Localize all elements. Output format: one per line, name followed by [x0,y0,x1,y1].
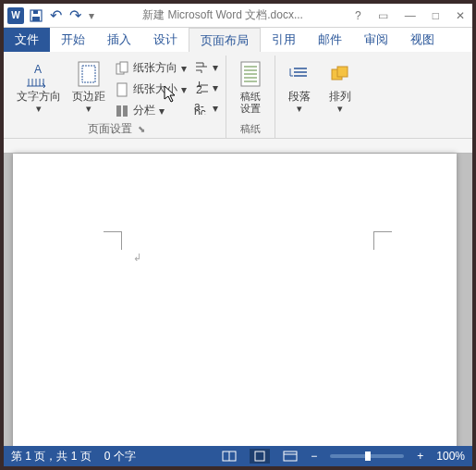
paragraph-icon [285,59,314,89]
size-icon [115,82,129,97]
window-title: 新建 Microsoft Word 文档.docx... [94,7,351,23]
paragraph-label: 段落 [288,90,311,103]
line-numbers-icon: 12 [194,80,209,95]
group-paper: 稿纸 设置 稿纸 [226,56,275,138]
tab-view[interactable]: 视图 [399,28,445,52]
columns-label: 分栏 [133,103,155,118]
print-layout-icon[interactable] [250,449,270,464]
paragraph-button[interactable]: 段落▾ [281,57,318,117]
read-mode-icon[interactable] [222,451,237,462]
horizontal-ruler[interactable] [4,139,472,154]
tab-design[interactable]: 设计 [142,28,189,52]
zoom-level[interactable]: 100% [436,450,465,463]
tab-home[interactable]: 开始 [50,28,96,52]
svg-rect-10 [123,105,128,117]
zoom-slider[interactable] [330,454,404,458]
svg-rect-2 [33,10,38,14]
arrange-label: 排列 [329,90,351,103]
margin-corner-top-left [104,231,122,250]
line-numbers-button[interactable]: 12▾ [192,80,220,96]
svg-rect-17 [337,67,348,77]
margins-label: 页边距 [72,90,105,103]
group-label-page-setup: 页面设置 [88,121,132,137]
tab-references[interactable]: 引用 [261,28,307,52]
hyphenation-button[interactable]: a-bc▾ [192,100,220,117]
text-direction-button[interactable]: A 文字方向▾ [13,57,65,117]
svg-rect-8 [117,83,127,96]
orientation-button[interactable]: 纸张方向▾ [113,59,189,77]
statusbar: 第 1 页，共 1 页 0 个字 − + 100% [4,446,472,466]
quick-access-toolbar: ↶ ↷ ▾ [30,6,94,24]
group-page-setup: A 文字方向▾ 页边距▾ 纸张方向▾ 纸张大小▾ [7,56,226,138]
size-button[interactable]: 纸张大小▾ [113,80,189,98]
svg-rect-7 [120,62,128,72]
tab-review[interactable]: 审阅 [353,28,399,52]
breaks-icon [194,60,209,75]
svg-text:A: A [34,63,42,76]
svg-rect-19 [255,451,264,461]
tab-mailings[interactable]: 邮件 [307,28,353,52]
svg-rect-9 [116,105,121,117]
tab-file[interactable]: 文件 [4,28,50,52]
redo-icon[interactable]: ↷ [69,6,81,24]
hyphenation-icon: a-bc [194,101,209,116]
paper-settings-button[interactable]: 稿纸 设置 [232,57,269,117]
page-setup-dialog-launcher-icon[interactable]: ⬊ [138,124,145,134]
document-area[interactable]: ↲ [4,139,472,446]
save-icon[interactable] [30,9,43,22]
svg-text:bc: bc [194,106,206,115]
paragraph-mark-icon: ↲ [133,252,141,264]
ribbon-tabs: 文件 开始 插入 设计 页面布局 引用 邮件 审阅 视图 [4,28,472,52]
group-paragraph: 段落▾ 排列▾ [275,56,364,138]
margins-button[interactable]: 页边距▾ [68,57,109,117]
paper-settings-icon [236,59,265,89]
tab-page-layout[interactable]: 页面布局 [189,28,261,52]
size-label: 纸张大小 [133,81,177,97]
tab-insert[interactable]: 插入 [96,28,142,52]
zoom-slider-thumb[interactable] [365,451,371,461]
maximize-icon[interactable]: □ [429,7,443,24]
arrange-icon [325,59,355,89]
text-direction-label: 文字方向 [17,90,61,103]
web-layout-icon[interactable] [283,451,298,462]
orientation-icon [115,61,129,76]
close-icon[interactable]: ✕ [452,7,469,24]
group-label-paper: 稿纸 [232,120,269,138]
margins-icon [74,59,104,89]
arrange-button[interactable]: 排列▾ [322,57,359,117]
orientation-label: 纸张方向 [133,60,177,76]
undo-icon[interactable]: ↶ [50,6,62,24]
status-page[interactable]: 第 1 页，共 1 页 [11,449,92,464]
paper-settings-label: 稿纸 设置 [240,91,261,115]
document-page[interactable]: ↲ [13,154,457,446]
columns-button[interactable]: 分栏▾ [113,102,189,119]
margin-corner-top-right [373,231,392,250]
zoom-out-button[interactable]: − [311,450,317,463]
word-app-icon: W [7,7,24,24]
help-icon[interactable]: ? [351,7,365,24]
ribbon-options-icon[interactable]: ▭ [374,7,392,24]
breaks-button[interactable]: ▾ [192,59,220,76]
text-direction-icon: A [24,59,54,89]
titlebar: W ↶ ↷ ▾ 新建 Microsoft Word 文档.docx... ? ▭… [4,4,472,28]
ribbon: A 文字方向▾ 页边距▾ 纸张方向▾ 纸张大小▾ [4,52,472,139]
zoom-in-button[interactable]: + [417,450,423,463]
minimize-icon[interactable]: — [401,7,420,24]
svg-rect-20 [284,451,297,461]
svg-rect-1 [32,17,40,21]
columns-icon [115,104,129,118]
status-word-count[interactable]: 0 个字 [104,449,136,464]
